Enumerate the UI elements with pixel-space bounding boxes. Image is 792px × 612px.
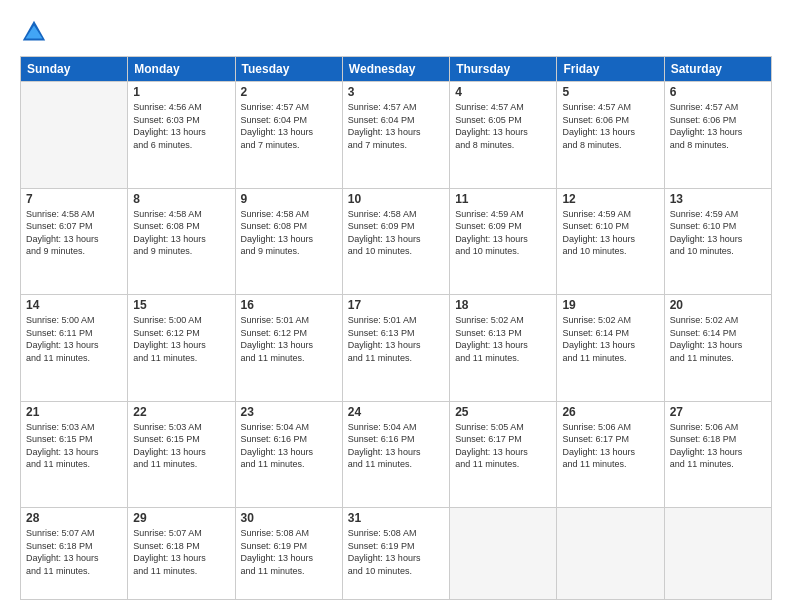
day-number: 17: [348, 298, 444, 312]
column-header-thursday: Thursday: [450, 57, 557, 82]
day-info: Sunrise: 5:03 AM Sunset: 6:15 PM Dayligh…: [133, 421, 229, 471]
calendar-cell: 26Sunrise: 5:06 AM Sunset: 6:17 PM Dayli…: [557, 401, 664, 508]
calendar-cell: 18Sunrise: 5:02 AM Sunset: 6:13 PM Dayli…: [450, 295, 557, 402]
calendar-cell: 16Sunrise: 5:01 AM Sunset: 6:12 PM Dayli…: [235, 295, 342, 402]
calendar-cell: 12Sunrise: 4:59 AM Sunset: 6:10 PM Dayli…: [557, 188, 664, 295]
day-info: Sunrise: 5:02 AM Sunset: 6:14 PM Dayligh…: [562, 314, 658, 364]
calendar-body: 1Sunrise: 4:56 AM Sunset: 6:03 PM Daylig…: [21, 82, 772, 600]
calendar-header: SundayMondayTuesdayWednesdayThursdayFrid…: [21, 57, 772, 82]
day-info: Sunrise: 5:01 AM Sunset: 6:13 PM Dayligh…: [348, 314, 444, 364]
column-header-sunday: Sunday: [21, 57, 128, 82]
day-info: Sunrise: 4:57 AM Sunset: 6:06 PM Dayligh…: [670, 101, 766, 151]
day-number: 1: [133, 85, 229, 99]
day-info: Sunrise: 4:59 AM Sunset: 6:10 PM Dayligh…: [670, 208, 766, 258]
calendar-cell: 9Sunrise: 4:58 AM Sunset: 6:08 PM Daylig…: [235, 188, 342, 295]
calendar-cell: 20Sunrise: 5:02 AM Sunset: 6:14 PM Dayli…: [664, 295, 771, 402]
column-header-wednesday: Wednesday: [342, 57, 449, 82]
calendar-cell: 22Sunrise: 5:03 AM Sunset: 6:15 PM Dayli…: [128, 401, 235, 508]
header-row: SundayMondayTuesdayWednesdayThursdayFrid…: [21, 57, 772, 82]
day-number: 24: [348, 405, 444, 419]
calendar-cell: 29Sunrise: 5:07 AM Sunset: 6:18 PM Dayli…: [128, 508, 235, 600]
column-header-tuesday: Tuesday: [235, 57, 342, 82]
day-number: 21: [26, 405, 122, 419]
calendar-cell: 17Sunrise: 5:01 AM Sunset: 6:13 PM Dayli…: [342, 295, 449, 402]
calendar-table: SundayMondayTuesdayWednesdayThursdayFrid…: [20, 56, 772, 600]
calendar-cell: 8Sunrise: 4:58 AM Sunset: 6:08 PM Daylig…: [128, 188, 235, 295]
calendar-cell: 28Sunrise: 5:07 AM Sunset: 6:18 PM Dayli…: [21, 508, 128, 600]
day-info: Sunrise: 4:58 AM Sunset: 6:07 PM Dayligh…: [26, 208, 122, 258]
calendar-cell: 3Sunrise: 4:57 AM Sunset: 6:04 PM Daylig…: [342, 82, 449, 189]
calendar-cell: 13Sunrise: 4:59 AM Sunset: 6:10 PM Dayli…: [664, 188, 771, 295]
day-info: Sunrise: 5:03 AM Sunset: 6:15 PM Dayligh…: [26, 421, 122, 471]
day-info: Sunrise: 5:00 AM Sunset: 6:12 PM Dayligh…: [133, 314, 229, 364]
day-number: 16: [241, 298, 337, 312]
day-number: 28: [26, 511, 122, 525]
day-number: 14: [26, 298, 122, 312]
day-info: Sunrise: 5:02 AM Sunset: 6:13 PM Dayligh…: [455, 314, 551, 364]
day-info: Sunrise: 5:07 AM Sunset: 6:18 PM Dayligh…: [133, 527, 229, 577]
calendar-week-5: 28Sunrise: 5:07 AM Sunset: 6:18 PM Dayli…: [21, 508, 772, 600]
calendar-cell: 1Sunrise: 4:56 AM Sunset: 6:03 PM Daylig…: [128, 82, 235, 189]
day-number: 7: [26, 192, 122, 206]
calendar-cell: [557, 508, 664, 600]
day-number: 12: [562, 192, 658, 206]
day-info: Sunrise: 4:57 AM Sunset: 6:04 PM Dayligh…: [241, 101, 337, 151]
calendar-cell: 7Sunrise: 4:58 AM Sunset: 6:07 PM Daylig…: [21, 188, 128, 295]
day-number: 15: [133, 298, 229, 312]
calendar-cell: 15Sunrise: 5:00 AM Sunset: 6:12 PM Dayli…: [128, 295, 235, 402]
day-info: Sunrise: 5:00 AM Sunset: 6:11 PM Dayligh…: [26, 314, 122, 364]
header: [20, 18, 772, 46]
calendar-cell: 5Sunrise: 4:57 AM Sunset: 6:06 PM Daylig…: [557, 82, 664, 189]
calendar-cell: 10Sunrise: 4:58 AM Sunset: 6:09 PM Dayli…: [342, 188, 449, 295]
day-number: 26: [562, 405, 658, 419]
day-number: 4: [455, 85, 551, 99]
day-info: Sunrise: 5:02 AM Sunset: 6:14 PM Dayligh…: [670, 314, 766, 364]
day-number: 22: [133, 405, 229, 419]
day-info: Sunrise: 5:04 AM Sunset: 6:16 PM Dayligh…: [241, 421, 337, 471]
day-number: 3: [348, 85, 444, 99]
day-number: 6: [670, 85, 766, 99]
calendar-cell: 27Sunrise: 5:06 AM Sunset: 6:18 PM Dayli…: [664, 401, 771, 508]
day-number: 18: [455, 298, 551, 312]
day-info: Sunrise: 5:08 AM Sunset: 6:19 PM Dayligh…: [348, 527, 444, 577]
day-number: 11: [455, 192, 551, 206]
calendar-week-3: 14Sunrise: 5:00 AM Sunset: 6:11 PM Dayli…: [21, 295, 772, 402]
day-number: 30: [241, 511, 337, 525]
calendar-cell: 4Sunrise: 4:57 AM Sunset: 6:05 PM Daylig…: [450, 82, 557, 189]
day-info: Sunrise: 5:05 AM Sunset: 6:17 PM Dayligh…: [455, 421, 551, 471]
calendar-cell: 30Sunrise: 5:08 AM Sunset: 6:19 PM Dayli…: [235, 508, 342, 600]
day-info: Sunrise: 5:06 AM Sunset: 6:17 PM Dayligh…: [562, 421, 658, 471]
calendar-cell: [450, 508, 557, 600]
calendar-cell: 19Sunrise: 5:02 AM Sunset: 6:14 PM Dayli…: [557, 295, 664, 402]
day-info: Sunrise: 4:57 AM Sunset: 6:06 PM Dayligh…: [562, 101, 658, 151]
day-number: 5: [562, 85, 658, 99]
logo-icon: [20, 18, 48, 46]
day-info: Sunrise: 4:59 AM Sunset: 6:09 PM Dayligh…: [455, 208, 551, 258]
calendar-cell: 23Sunrise: 5:04 AM Sunset: 6:16 PM Dayli…: [235, 401, 342, 508]
day-number: 25: [455, 405, 551, 419]
day-info: Sunrise: 4:56 AM Sunset: 6:03 PM Dayligh…: [133, 101, 229, 151]
day-number: 19: [562, 298, 658, 312]
column-header-saturday: Saturday: [664, 57, 771, 82]
page: SundayMondayTuesdayWednesdayThursdayFrid…: [0, 0, 792, 612]
day-info: Sunrise: 5:08 AM Sunset: 6:19 PM Dayligh…: [241, 527, 337, 577]
column-header-friday: Friday: [557, 57, 664, 82]
day-info: Sunrise: 4:58 AM Sunset: 6:08 PM Dayligh…: [241, 208, 337, 258]
day-number: 23: [241, 405, 337, 419]
calendar-cell: 6Sunrise: 4:57 AM Sunset: 6:06 PM Daylig…: [664, 82, 771, 189]
calendar-cell: [21, 82, 128, 189]
calendar-week-4: 21Sunrise: 5:03 AM Sunset: 6:15 PM Dayli…: [21, 401, 772, 508]
logo: [20, 18, 52, 46]
calendar-cell: 24Sunrise: 5:04 AM Sunset: 6:16 PM Dayli…: [342, 401, 449, 508]
calendar-cell: 25Sunrise: 5:05 AM Sunset: 6:17 PM Dayli…: [450, 401, 557, 508]
calendar-cell: 2Sunrise: 4:57 AM Sunset: 6:04 PM Daylig…: [235, 82, 342, 189]
day-number: 27: [670, 405, 766, 419]
day-info: Sunrise: 4:57 AM Sunset: 6:04 PM Dayligh…: [348, 101, 444, 151]
day-info: Sunrise: 5:06 AM Sunset: 6:18 PM Dayligh…: [670, 421, 766, 471]
day-number: 8: [133, 192, 229, 206]
day-number: 10: [348, 192, 444, 206]
calendar-cell: [664, 508, 771, 600]
day-number: 31: [348, 511, 444, 525]
day-info: Sunrise: 4:58 AM Sunset: 6:09 PM Dayligh…: [348, 208, 444, 258]
day-info: Sunrise: 4:58 AM Sunset: 6:08 PM Dayligh…: [133, 208, 229, 258]
